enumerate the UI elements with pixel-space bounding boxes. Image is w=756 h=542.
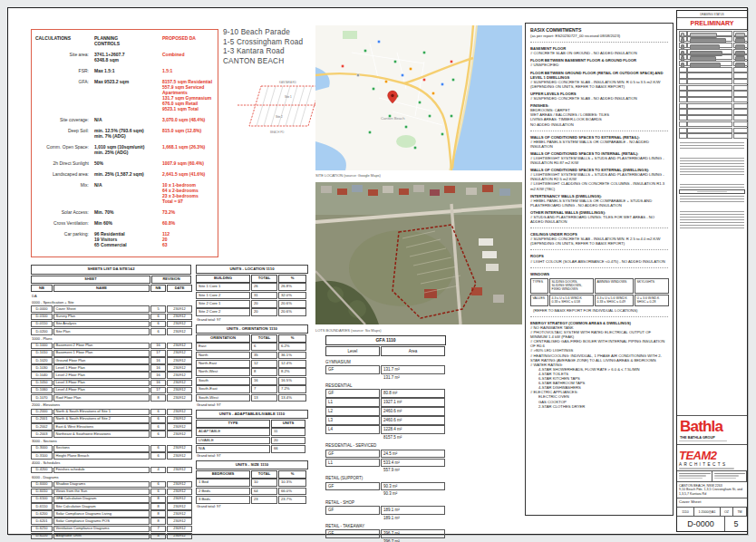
calc-proposed: 1,668.1 sqm (26.3%) [162,144,219,155]
sheet-name: Basement 2 Floor Plan [53,343,150,350]
calc-proposed: 1.5:1 [162,68,219,73]
sheet-number: D-2000 [31,409,53,416]
calc-control: N/A [94,117,160,122]
sheet-row: D-1070 Roof Floor Plan 8 230912 [31,394,191,402]
gfa-area: 189.1 m² [381,506,445,514]
calc-proposed: 1007.9 sqm (60.4%) [162,160,219,166]
gfa-section-name: RETAIL (SUPPORT) [325,476,446,480]
units-row: Site 2 Core 12020.6% [196,300,308,308]
calc-label: Site coverage: [35,117,92,122]
revision-row [679,36,746,42]
revision-header [679,31,746,36]
sheet-rev: 6 [150,445,166,452]
sheet-rev: 16 [150,372,166,379]
units-orientation-table: UNITS - ORIENTATION 1110 ORIENTATIONTOTA… [196,324,308,408]
calculations-header: CALCULATIONS PLANNING CONTROLS PROPOSED … [35,35,214,46]
calc-control: N/A [94,182,160,204]
units-row: ADAPTABLE11 [196,428,308,436]
basix-text: # LIGHTWEIGHT CLADDING ON CONCRETE COLUM… [530,181,668,190]
revision-row-empty [679,115,746,121]
basix-text: 2-STAR CLOTHES DRYER [530,404,668,409]
sheet-number: D-0200 [31,328,53,335]
gfa-section: RESIDENTIAL GF 80.8 m² L1 1927.1 m² [325,383,446,440]
gfa-row: GF 24.5 m² [325,450,446,458]
gfa-section: RETAIL - TAKEAWAY GF 396.7 m² 396.7 m² [325,524,446,542]
sheet-rev: 16 [150,380,166,387]
sheet-row: D-1050 Level 3 Floor Plan 16 230912 [31,380,191,387]
calc-label: Deep Soil: [35,128,92,139]
drawing-number-row: D-0000 5 [677,516,747,532]
sheet-number: D-1010 [31,350,53,357]
sheet-group-label: DA [32,295,191,299]
revision-row-empty [679,128,746,133]
sheet-number: D-1030 [31,364,53,372]
gfa-level: L3 [325,416,380,424]
sheet-date: 230912 [167,467,192,474]
calc-row: Site coverage: N/A 3,070.0 sqm (48.4%) [35,117,214,122]
units-row: North-East1212.4% [196,360,308,368]
sheet-row: D-6000 Shadow Diagrams 6 230912 [31,481,191,489]
gfa-row: GF 131.7 m² [325,365,446,373]
sheet-rev: 6 [150,452,166,460]
sheet-name: East & West Elevations [53,423,150,431]
sheet-row: D-6220 Adaptable Units 4 230912 [31,533,191,540]
sheet-number: D-6010 [31,489,53,496]
sheet-rev: 6 [150,431,166,438]
sheet-name: Sections [53,445,150,452]
sheet-rev: 6 [150,423,166,431]
sheet-number: D-6220 [31,533,53,540]
sheet-rev: 6 [150,321,166,328]
calc-row: Landscaped area: min. 25% (1,587.2 sqm) … [35,171,214,177]
basix-text [530,227,668,228]
drawing-status-label: DRAWING STATUS [677,11,747,18]
windows-values-row: VALUES 4.3 ≤ U ≤ 5.6 W/M2.K 0.33 ≤ SHGC … [530,295,668,306]
sheet-name: North & South Elevations of Site 1 [53,409,150,416]
sheet-date: 230912 [167,416,192,423]
calc-control: min. 12.5% (793.6 sqm) min. 7% (ADG) [94,128,160,139]
gfa-level: GF [325,389,380,397]
sheet-title-field: Cover Sheet [677,498,747,507]
col-name: NAME [53,285,150,293]
calc-row: Comm. Open Space: 1,010 sqm (10sqm/unit)… [35,144,214,155]
sheet-number: D-1040 [31,372,53,379]
checked-by: TM [733,508,747,516]
calc-label: 2h Direct Sunlight [35,160,92,166]
revision-row [679,61,746,66]
sheet-name: Finishes schedule [53,467,150,474]
windows-table: TYPES SLIDING DOORS, SLIDING WINDOWS, FI… [530,278,668,306]
scale-value: 1:2000@A1 [694,508,721,516]
sheet-number: D-0110 [31,321,53,328]
sheet-name: Northeast & Southwest Elevations [53,431,150,438]
calc-row: Mix: N/A 10 x 1-bedroom 64 x 2-bedrooms … [35,182,214,204]
calc-row: Site area: 3741.1+2607.7 6348.8 sqm Comb… [35,52,214,63]
units-row: Site 1 Core 23132.0% [196,292,308,300]
sheet-row: D-0200 Site Plan 6 230912 [31,328,191,335]
calc-control: 50% [94,160,160,166]
basix-text: # SUSPENDED CONCRETE SLAB - INSULATION M… [530,80,668,89]
gfa-level: L1 [325,398,380,406]
project-address: 9-10 Beach Parade 1-5 Crossingham Road 1… [223,28,303,66]
revision-row-empty [679,97,746,102]
gfa-level: GF [325,365,380,373]
sheet-group: 1000 - Plans D-1000 Basement 2 Floor Pla… [31,337,191,402]
sheet-row: D-0110 Site Analysis 6 230912 [31,321,191,328]
sheet-name: Height Plane Breach [53,452,150,460]
project-address-line: 9,10 Beach Pde, 1,3,5 Crossingham St, an… [679,488,745,496]
basix-text: # SUSPENDED CONCRETE SLAB - NO ADDED INS… [530,96,668,101]
revision-number: 5 [724,517,747,532]
sheet-name: Basement 1 Floor Plan [53,350,150,357]
sheet-date: 230912 [167,423,192,431]
sheet-name: Solar Compliance Diagrams Living [53,510,150,518]
sheet-rev: 5 [150,305,166,313]
col-revision: REVISION [151,276,191,284]
col-nb2: NB [150,285,166,293]
sheet-row: D-6110 Site Calculation Diagram 8 230912 [31,503,191,510]
gfa-row: GF 90.3 m² [325,482,446,490]
gfa-section-name: RETAIL - SHOP [325,500,446,505]
sheet-row: D-3100 Height Plane Breach 6 230912 [31,452,191,460]
gfa-section: RETAIL - SHOP GF 189.1 m² 189.1 m² [325,500,446,520]
units-location-table: UNITS - LOCATION 1110 BUILDINGTOTAL% Sit… [196,265,308,322]
calc-col3: PROPOSED DA [162,35,219,46]
sheet-rev: 16 [150,343,166,350]
sheet-row: D-0000 Cover Sheet 5 230912 [31,305,191,313]
